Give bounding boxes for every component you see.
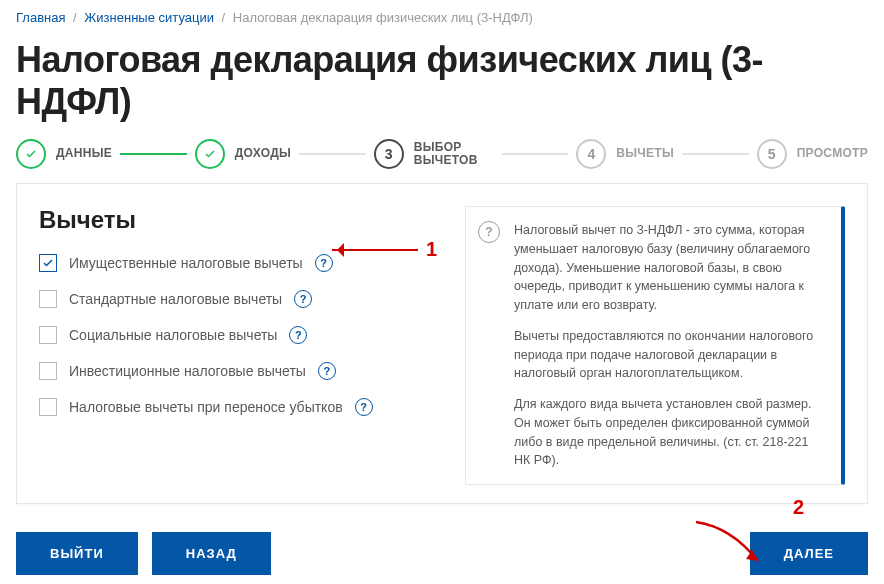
step-label: ДАННЫЕ (56, 147, 112, 160)
breadcrumb-life[interactable]: Жизненные ситуации (84, 10, 214, 25)
option-label: Социальные налоговые вычеты (69, 327, 277, 343)
checkbox[interactable] (39, 290, 57, 308)
info-text: Для каждого вида вычета установлен свой … (514, 395, 825, 470)
step-indicator: ДАННЫЕ ДОХОДЫ 3 ВЫБОР ВЫЧЕТОВ 4 ВЫЧЕТЫ 5… (0, 133, 884, 183)
step-2-income[interactable]: ДОХОДЫ (195, 139, 291, 169)
info-text: Вычеты предоставляются по окончании нало… (514, 327, 825, 383)
breadcrumb-home[interactable]: Главная (16, 10, 65, 25)
checkbox[interactable] (39, 254, 57, 272)
content-panel: Вычеты Имущественные налоговые вычеты ? … (16, 183, 868, 504)
annotation-arrow-1: 1 (332, 238, 437, 261)
back-button[interactable]: НАЗАД (152, 532, 271, 575)
option-social-deductions[interactable]: Социальные налоговые вычеты ? (39, 326, 445, 344)
checkbox[interactable] (39, 398, 57, 416)
checkbox[interactable] (39, 326, 57, 344)
check-icon (42, 257, 54, 269)
option-investment-deductions[interactable]: Инвестиционные налоговые вычеты ? (39, 362, 445, 380)
help-icon[interactable]: ? (318, 362, 336, 380)
step-label: ВЫЧЕТЫ (616, 147, 674, 160)
option-label: Стандартные налоговые вычеты (69, 291, 282, 307)
help-icon[interactable]: ? (315, 254, 333, 272)
annotation-label-2: 2 (793, 496, 804, 519)
checkbox[interactable] (39, 362, 57, 380)
check-icon (25, 148, 37, 160)
step-5-preview[interactable]: 5 ПРОСМОТР (757, 139, 868, 169)
breadcrumb-current: Налоговая декларация физических лиц (3-Н… (233, 10, 533, 25)
info-box: ? Налоговый вычет по 3-НДФЛ - это сумма,… (465, 206, 845, 485)
option-loss-carryover-deductions[interactable]: Налоговые вычеты при переносе убытков ? (39, 398, 445, 416)
step-1-data[interactable]: ДАННЫЕ (16, 139, 112, 169)
step-number: 3 (374, 139, 404, 169)
breadcrumb: Главная / Жизненные ситуации / Налоговая… (0, 0, 884, 25)
help-icon[interactable]: ? (289, 326, 307, 344)
option-label: Инвестиционные налоговые вычеты (69, 363, 306, 379)
step-4-deductions[interactable]: 4 ВЫЧЕТЫ (576, 139, 674, 169)
help-icon[interactable]: ? (294, 290, 312, 308)
check-icon (204, 148, 216, 160)
step-number: 4 (576, 139, 606, 169)
step-label: ПРОСМОТР (797, 147, 868, 160)
annotation-arrow-2 (686, 517, 776, 573)
section-title: Вычеты (39, 206, 445, 234)
info-text: Налоговый вычет по 3-НДФЛ - это сумма, к… (514, 221, 825, 315)
step-label: ВЫБОР ВЫЧЕТОВ (414, 141, 494, 167)
step-number: 5 (757, 139, 787, 169)
page-title: Налоговая декларация физических лиц (3-Н… (0, 25, 884, 133)
option-label: Налоговые вычеты при переносе убытков (69, 399, 343, 415)
exit-button[interactable]: ВЫЙТИ (16, 532, 138, 575)
option-standard-deductions[interactable]: Стандартные налоговые вычеты ? (39, 290, 445, 308)
step-label: ДОХОДЫ (235, 147, 291, 160)
info-icon: ? (478, 221, 500, 243)
help-icon[interactable]: ? (355, 398, 373, 416)
step-3-deduction-choice[interactable]: 3 ВЫБОР ВЫЧЕТОВ (374, 139, 494, 169)
option-label: Имущественные налоговые вычеты (69, 255, 303, 271)
